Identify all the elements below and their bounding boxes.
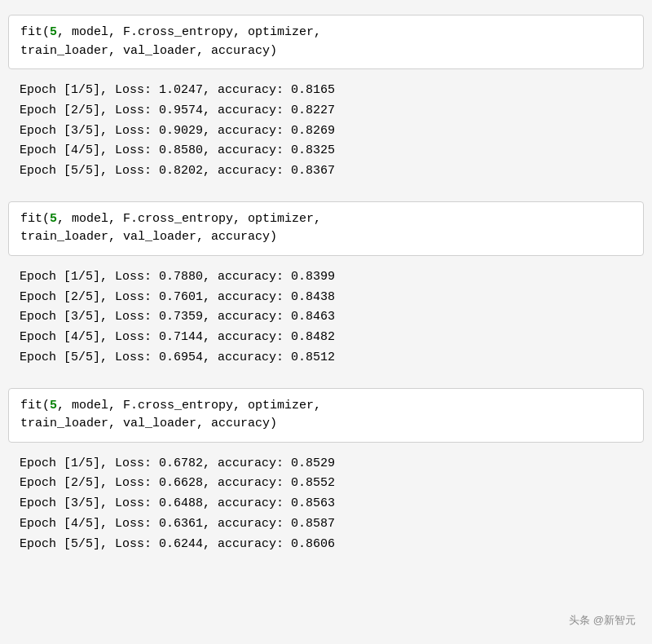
epoch-line-2-1: Epoch [1/5], Loss: 0.7880, accuracy: 0.8… [20,267,632,288]
keyword-5: 5 [50,399,57,412]
epoch-line-2-3: Epoch [3/5], Loss: 0.7359, accuracy: 0.8… [20,307,632,328]
epoch-line-3-2: Epoch [2/5], Loss: 0.6628, accuracy: 0.8… [20,474,632,494]
code-line-2: train_loader, val_loader, accuracy) [20,415,632,434]
output-block-1: Epoch [1/5], Loss: 1.0247, accuracy: 0.8… [8,74,644,193]
epoch-line-1-3: Epoch [3/5], Loss: 0.9029, accuracy: 0.8… [20,121,632,142]
epoch-line-2-5: Epoch [5/5], Loss: 0.6954, accuracy: 0.8… [20,348,632,368]
epoch-line-2-2: Epoch [2/5], Loss: 0.7601, accuracy: 0.8… [20,288,632,308]
epoch-line-2-4: Epoch [4/5], Loss: 0.7144, accuracy: 0.8… [20,328,632,348]
output-block-3: Epoch [1/5], Loss: 0.6782, accuracy: 0.8… [8,448,644,567]
section-1: fit(5, model, F.cross_entropy, optimizer… [8,15,644,193]
epoch-line-1-2: Epoch [2/5], Loss: 0.9574, accuracy: 0.8… [20,101,632,121]
code-block-3: fit(5, model, F.cross_entropy, optimizer… [8,388,644,443]
epoch-line-1-4: Epoch [4/5], Loss: 0.8580, accuracy: 0.8… [20,141,632,161]
epoch-line-1-1: Epoch [1/5], Loss: 1.0247, accuracy: 0.8… [20,81,632,101]
section-3: fit(5, model, F.cross_entropy, optimizer… [8,388,644,567]
section-2: fit(5, model, F.cross_entropy, optimizer… [8,201,644,380]
epoch-line-3-4: Epoch [4/5], Loss: 0.6361, accuracy: 0.8… [20,514,632,535]
code-block-1: fit(5, model, F.cross_entropy, optimizer… [8,15,644,69]
watermark: 头条 @新智元 [569,613,636,628]
code-line-2: train_loader, val_loader, accuracy) [20,42,632,61]
epoch-line-3-1: Epoch [1/5], Loss: 0.6782, accuracy: 0.8… [20,454,632,474]
code-line-1: fit(5, model, F.cross_entropy, optimizer… [20,397,632,416]
output-block-2: Epoch [1/5], Loss: 0.7880, accuracy: 0.8… [8,261,644,380]
keyword-5: 5 [50,212,57,226]
notebook-container: fit(5, model, F.cross_entropy, optimizer… [0,8,652,580]
keyword-5: 5 [50,25,57,39]
epoch-line-1-5: Epoch [5/5], Loss: 0.8202, accuracy: 0.8… [20,161,632,182]
code-block-2: fit(5, model, F.cross_entropy, optimizer… [8,201,644,256]
code-line-1: fit(5, model, F.cross_entropy, optimizer… [20,24,632,42]
epoch-line-3-5: Epoch [5/5], Loss: 0.6244, accuracy: 0.8… [20,535,632,555]
code-line-2: train_loader, val_loader, accuracy) [20,228,632,247]
epoch-line-3-3: Epoch [3/5], Loss: 0.6488, accuracy: 0.8… [20,494,632,514]
code-line-1: fit(5, model, F.cross_entropy, optimizer… [20,210,632,229]
